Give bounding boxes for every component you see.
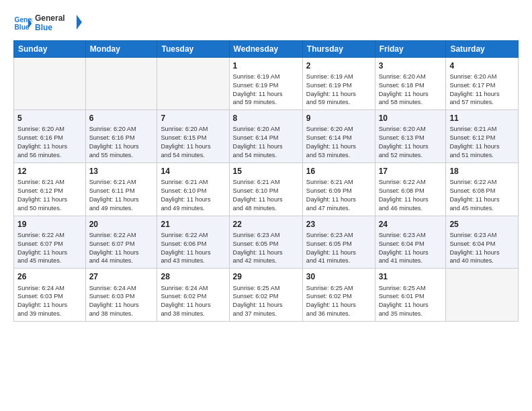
day-info: Sunrise: 6:24 AM Sunset: 6:03 PM Dayligh…	[17, 284, 82, 319]
day-info: Sunrise: 6:21 AM Sunset: 6:12 PM Dayligh…	[449, 125, 515, 160]
day-info: Sunrise: 6:23 AM Sunset: 6:04 PM Dayligh…	[379, 231, 443, 266]
weekday-header-wednesday: Wednesday	[229, 40, 302, 57]
calendar-day: 15Sunrise: 6:21 AM Sunset: 6:10 PM Dayli…	[229, 163, 302, 216]
calendar-day: 21Sunrise: 6:22 AM Sunset: 6:06 PM Dayli…	[157, 216, 229, 269]
day-number: 11	[449, 113, 515, 124]
day-info: Sunrise: 6:20 AM Sunset: 6:14 PM Dayligh…	[306, 125, 371, 160]
weekday-header-friday: Friday	[375, 40, 446, 57]
calendar-day	[85, 57, 157, 110]
calendar-table: SundayMondayTuesdayWednesdayThursdayFrid…	[13, 40, 519, 322]
calendar-day: 12Sunrise: 6:21 AM Sunset: 6:12 PM Dayli…	[14, 163, 86, 216]
day-info: Sunrise: 6:22 AM Sunset: 6:06 PM Dayligh…	[161, 231, 225, 266]
calendar-day: 6Sunrise: 6:20 AM Sunset: 6:16 PM Daylig…	[85, 110, 157, 163]
day-info: Sunrise: 6:23 AM Sunset: 6:05 PM Dayligh…	[306, 231, 371, 266]
day-number: 21	[161, 219, 225, 230]
logo: General Blue General Blue	[13, 12, 82, 35]
calendar-day: 30Sunrise: 6:25 AM Sunset: 6:02 PM Dayli…	[302, 269, 375, 322]
day-number: 6	[89, 113, 154, 124]
calendar-day: 20Sunrise: 6:22 AM Sunset: 6:07 PM Dayli…	[85, 216, 157, 269]
day-info: Sunrise: 6:20 AM Sunset: 6:13 PM Dayligh…	[379, 125, 443, 160]
day-info: Sunrise: 6:20 AM Sunset: 6:15 PM Dayligh…	[161, 125, 225, 160]
calendar-day: 22Sunrise: 6:23 AM Sunset: 6:05 PM Dayli…	[229, 216, 302, 269]
day-number: 9	[306, 113, 371, 124]
day-info: Sunrise: 6:22 AM Sunset: 6:08 PM Dayligh…	[379, 178, 443, 213]
calendar-day: 8Sunrise: 6:20 AM Sunset: 6:14 PM Daylig…	[229, 110, 302, 163]
weekday-header-saturday: Saturday	[446, 40, 519, 57]
day-number: 1	[233, 60, 299, 71]
calendar-day	[157, 57, 229, 110]
day-number: 30	[306, 271, 371, 282]
day-info: Sunrise: 6:20 AM Sunset: 6:14 PM Dayligh…	[233, 125, 299, 160]
weekday-header-sunday: Sunday	[14, 40, 86, 57]
day-info: Sunrise: 6:20 AM Sunset: 6:18 PM Dayligh…	[379, 73, 443, 107]
svg-text:Blue: Blue	[35, 23, 52, 32]
day-number: 20	[89, 219, 154, 230]
day-info: Sunrise: 6:24 AM Sunset: 6:02 PM Dayligh…	[161, 284, 225, 319]
weekday-header-tuesday: Tuesday	[157, 40, 229, 57]
calendar-day: 25Sunrise: 6:23 AM Sunset: 6:04 PM Dayli…	[446, 216, 519, 269]
calendar-day: 28Sunrise: 6:24 AM Sunset: 6:02 PM Dayli…	[157, 269, 229, 322]
day-info: Sunrise: 6:21 AM Sunset: 6:12 PM Dayligh…	[17, 178, 82, 213]
calendar-day: 11Sunrise: 6:21 AM Sunset: 6:12 PM Dayli…	[446, 110, 519, 163]
day-number: 22	[233, 219, 299, 230]
day-number: 8	[233, 113, 299, 124]
svg-text:General: General	[35, 13, 65, 23]
day-number: 14	[161, 166, 225, 177]
svg-marker-5	[77, 15, 82, 30]
calendar-day	[14, 57, 86, 110]
calendar-week-row: 12Sunrise: 6:21 AM Sunset: 6:12 PM Dayli…	[14, 163, 519, 216]
calendar-day: 26Sunrise: 6:24 AM Sunset: 6:03 PM Dayli…	[14, 269, 86, 322]
day-number: 19	[17, 219, 82, 230]
day-number: 23	[306, 219, 371, 230]
day-number: 31	[379, 271, 443, 282]
day-number: 26	[17, 271, 82, 282]
calendar-day: 2Sunrise: 6:19 AM Sunset: 6:19 PM Daylig…	[302, 57, 375, 110]
day-number: 24	[379, 219, 443, 230]
calendar-day: 31Sunrise: 6:25 AM Sunset: 6:01 PM Dayli…	[375, 269, 446, 322]
day-number: 18	[449, 166, 515, 177]
day-info: Sunrise: 6:21 AM Sunset: 6:10 PM Dayligh…	[233, 178, 299, 213]
day-number: 12	[17, 166, 82, 177]
day-info: Sunrise: 6:24 AM Sunset: 6:03 PM Dayligh…	[89, 284, 154, 319]
calendar-day: 9Sunrise: 6:20 AM Sunset: 6:14 PM Daylig…	[302, 110, 375, 163]
calendar-day: 16Sunrise: 6:21 AM Sunset: 6:09 PM Dayli…	[302, 163, 375, 216]
day-info: Sunrise: 6:19 AM Sunset: 6:19 PM Dayligh…	[233, 73, 299, 107]
day-info: Sunrise: 6:25 AM Sunset: 6:02 PM Dayligh…	[306, 284, 371, 319]
day-info: Sunrise: 6:23 AM Sunset: 6:04 PM Dayligh…	[449, 231, 515, 266]
day-number: 3	[379, 60, 443, 71]
calendar-day: 1Sunrise: 6:19 AM Sunset: 6:19 PM Daylig…	[229, 57, 302, 110]
calendar-week-row: 5Sunrise: 6:20 AM Sunset: 6:16 PM Daylig…	[14, 110, 519, 163]
calendar-day: 4Sunrise: 6:20 AM Sunset: 6:17 PM Daylig…	[446, 57, 519, 110]
day-number: 28	[161, 271, 225, 282]
calendar-week-row: 26Sunrise: 6:24 AM Sunset: 6:03 PM Dayli…	[14, 269, 519, 322]
calendar-week-row: 19Sunrise: 6:22 AM Sunset: 6:07 PM Dayli…	[14, 216, 519, 269]
calendar-day: 23Sunrise: 6:23 AM Sunset: 6:05 PM Dayli…	[302, 216, 375, 269]
calendar-day: 7Sunrise: 6:20 AM Sunset: 6:15 PM Daylig…	[157, 110, 229, 163]
day-number: 2	[306, 60, 371, 71]
calendar-day: 10Sunrise: 6:20 AM Sunset: 6:13 PM Dayli…	[375, 110, 446, 163]
weekday-header-thursday: Thursday	[302, 40, 375, 57]
day-info: Sunrise: 6:19 AM Sunset: 6:19 PM Dayligh…	[306, 73, 371, 107]
calendar-day: 5Sunrise: 6:20 AM Sunset: 6:16 PM Daylig…	[14, 110, 86, 163]
calendar-day: 27Sunrise: 6:24 AM Sunset: 6:03 PM Dayli…	[85, 269, 157, 322]
day-number: 29	[233, 271, 299, 282]
day-number: 27	[89, 271, 154, 282]
day-number: 7	[161, 113, 225, 124]
day-info: Sunrise: 6:20 AM Sunset: 6:16 PM Dayligh…	[89, 125, 154, 160]
day-info: Sunrise: 6:22 AM Sunset: 6:07 PM Dayligh…	[89, 231, 154, 266]
day-info: Sunrise: 6:21 AM Sunset: 6:11 PM Dayligh…	[89, 178, 154, 213]
calendar-day	[446, 269, 519, 322]
logo-icon: General Blue	[13, 14, 32, 33]
calendar-day: 19Sunrise: 6:22 AM Sunset: 6:07 PM Dayli…	[14, 216, 86, 269]
calendar-day: 29Sunrise: 6:25 AM Sunset: 6:02 PM Dayli…	[229, 269, 302, 322]
day-number: 4	[449, 60, 515, 71]
day-number: 17	[379, 166, 443, 177]
day-number: 15	[233, 166, 299, 177]
day-info: Sunrise: 6:22 AM Sunset: 6:07 PM Dayligh…	[17, 231, 82, 266]
header: General Blue General Blue	[13, 12, 519, 35]
day-info: Sunrise: 6:21 AM Sunset: 6:10 PM Dayligh…	[161, 178, 225, 213]
svg-text:Blue: Blue	[15, 23, 30, 30]
calendar-day: 17Sunrise: 6:22 AM Sunset: 6:08 PM Dayli…	[375, 163, 446, 216]
day-number: 16	[306, 166, 371, 177]
day-number: 13	[89, 166, 154, 177]
